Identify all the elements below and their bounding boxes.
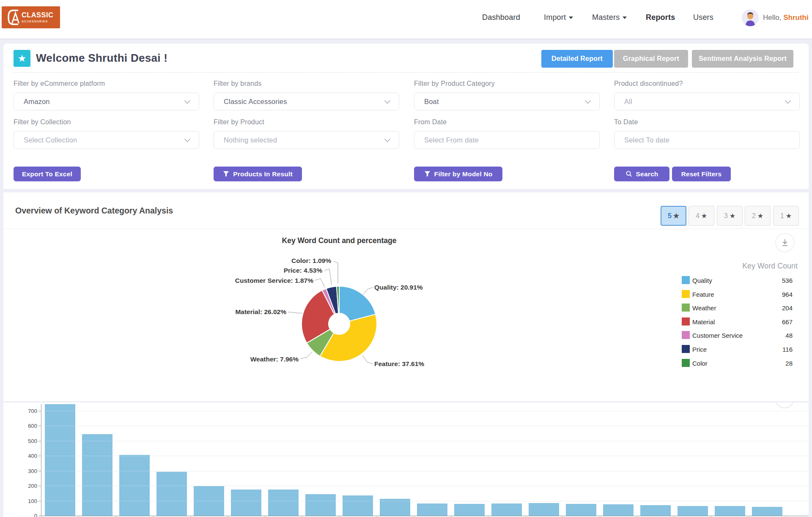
svg-text:ACCESSORIES: ACCESSORIES bbox=[22, 19, 48, 23]
svg-text:CLASSIC: CLASSIC bbox=[22, 11, 53, 19]
